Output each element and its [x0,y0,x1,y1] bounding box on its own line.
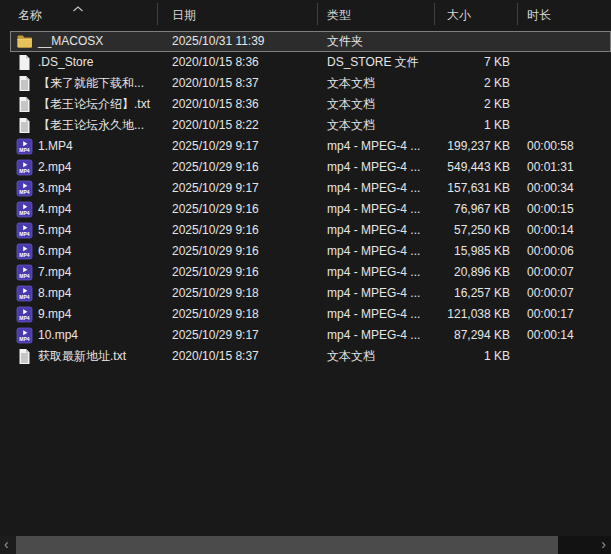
file-name: 【老王论坛永久地... [38,115,144,136]
svg-text:MP4: MP4 [19,147,30,153]
file-type: 文件夹 [327,31,363,52]
table-row[interactable]: 【来了就能下载和...2020/10/15 8:37文本文档2 KB [0,73,611,94]
text-file-icon [16,348,33,365]
mp4-icon: MP4 [16,180,33,197]
table-row[interactable]: 【老王论坛永久地...2020/10/15 8:22文本文档1 KB [0,115,611,136]
file-type: mp4 - MPEG-4 ... [327,199,420,220]
file-size: 7 KB [435,52,510,73]
file-name: 9.mp4 [38,304,71,325]
mp4-icon: MP4 [16,264,33,281]
file-date: 2025/10/29 9:16 [172,157,259,178]
table-row[interactable]: MP47.mp42025/10/29 9:16mp4 - MPEG-4 ...2… [0,262,611,283]
file-type: 文本文档 [327,346,375,367]
file-duration: 00:00:15 [527,199,574,220]
column-divider[interactable] [317,3,318,25]
file-date: 2020/10/15 8:37 [172,346,259,367]
column-headers: 名称 日期 类型 大小 时长 [0,0,611,28]
file-size: 199,237 KB [435,136,510,157]
table-row[interactable]: MP48.mp42025/10/29 9:18mp4 - MPEG-4 ...1… [0,283,611,304]
mp4-icon: MP4 [16,159,33,176]
file-duration: 00:00:07 [527,283,574,304]
svg-text:MP4: MP4 [19,252,30,258]
mp4-icon: MP4 [16,306,33,323]
mp4-icon: MP4 [16,138,33,155]
file-type: mp4 - MPEG-4 ... [327,136,420,157]
table-row[interactable]: MP44.mp42025/10/29 9:16mp4 - MPEG-4 ...7… [0,199,611,220]
file-duration: 00:00:14 [527,220,574,241]
file-name: 6.mp4 [38,241,71,262]
table-row[interactable]: MP42.mp42025/10/29 9:16mp4 - MPEG-4 ...5… [0,157,611,178]
svg-text:MP4: MP4 [19,315,30,321]
column-header-duration[interactable]: 时长 [518,0,611,28]
table-row[interactable]: 获取最新地址.txt2020/10/15 8:37文本文档1 KB [0,346,611,367]
column-divider[interactable] [157,3,158,25]
file-duration: 00:00:06 [527,241,574,262]
file-name: 2.mp4 [38,157,71,178]
table-row[interactable]: MP410.mp42025/10/29 9:17mp4 - MPEG-4 ...… [0,325,611,346]
file-size: 15,985 KB [435,241,510,262]
text-file-icon [16,75,33,92]
file-date: 2025/10/29 9:18 [172,304,259,325]
file-duration: 00:00:07 [527,262,574,283]
file-type: mp4 - MPEG-4 ... [327,262,420,283]
file-type: 文本文档 [327,115,375,136]
file-date: 2020/10/15 8:37 [172,73,259,94]
file-size: 16,257 KB [435,283,510,304]
file-name: 8.mp4 [38,283,71,304]
file-name: 【来了就能下载和... [38,73,144,94]
file-size [435,31,510,52]
file-date: 2025/10/29 9:17 [172,325,259,346]
file-size: 87,294 KB [435,325,510,346]
file-name: __MACOSX [38,31,103,52]
file-size: 1 KB [435,346,510,367]
file-date: 2025/10/29 9:16 [172,220,259,241]
table-row[interactable]: MP45.mp42025/10/29 9:16mp4 - MPEG-4 ...5… [0,220,611,241]
folder-icon [16,33,33,50]
file-size: 157,631 KB [435,178,510,199]
svg-text:MP4: MP4 [19,231,30,237]
file-list: __MACOSX2025/10/31 11:39文件夹.DS_Store2020… [0,31,611,367]
file-name: 4.mp4 [38,199,71,220]
file-name: 7.mp4 [38,262,71,283]
mp4-icon: MP4 [16,285,33,302]
scrollbar-thumb[interactable] [16,536,558,554]
column-divider[interactable] [517,3,518,25]
file-explorer-window: 名称 日期 类型 大小 时长 __MACOSX2025/10/31 11:39文… [0,0,611,554]
file-size: 20,896 KB [435,262,510,283]
file-date: 2025/10/29 9:16 [172,199,259,220]
table-row[interactable]: MP46.mp42025/10/29 9:16mp4 - MPEG-4 ...1… [0,241,611,262]
table-row[interactable]: MP41.MP42025/10/29 9:17mp4 - MPEG-4 ...1… [0,136,611,157]
horizontal-scrollbar[interactable]: ‹ › [0,536,611,554]
column-header-type[interactable]: 类型 [318,0,435,28]
file-duration: 00:00:17 [527,304,574,325]
file-date: 2025/10/29 9:17 [172,136,259,157]
svg-text:MP4: MP4 [19,210,30,216]
column-divider[interactable] [434,3,435,25]
table-row[interactable]: MP43.mp42025/10/29 9:17mp4 - MPEG-4 ...1… [0,178,611,199]
file-date: 2020/10/15 8:22 [172,115,259,136]
table-row[interactable]: __MACOSX2025/10/31 11:39文件夹 [0,31,611,52]
column-header-size[interactable]: 大小 [435,0,518,28]
file-name: 获取最新地址.txt [38,346,126,367]
mp4-icon: MP4 [16,243,33,260]
sort-ascending-icon [72,1,84,7]
file-type: mp4 - MPEG-4 ... [327,304,420,325]
mp4-icon: MP4 [16,201,33,218]
file-date: 2025/10/29 9:18 [172,283,259,304]
table-row[interactable]: .DS_Store2020/10/15 8:36DS_STORE 文件7 KB [0,52,611,73]
table-row[interactable]: MP49.mp42025/10/29 9:18mp4 - MPEG-4 ...1… [0,304,611,325]
file-type: mp4 - MPEG-4 ... [327,157,420,178]
file-type: mp4 - MPEG-4 ... [327,283,420,304]
file-type: mp4 - MPEG-4 ... [327,178,420,199]
file-name: 10.mp4 [38,325,78,346]
file-type: mp4 - MPEG-4 ... [327,220,420,241]
column-header-date[interactable]: 日期 [158,0,318,28]
svg-text:MP4: MP4 [19,336,30,342]
table-row[interactable]: 【老王论坛介绍】.txt2020/10/15 8:36文本文档2 KB [0,94,611,115]
file-size: 76,967 KB [435,199,510,220]
file-name: 1.MP4 [38,136,73,157]
scroll-left-arrow-icon[interactable]: ‹ [4,536,9,554]
scroll-right-arrow-icon[interactable]: › [601,536,606,554]
file-date: 2025/10/29 9:16 [172,262,259,283]
file-size: 2 KB [435,94,510,115]
